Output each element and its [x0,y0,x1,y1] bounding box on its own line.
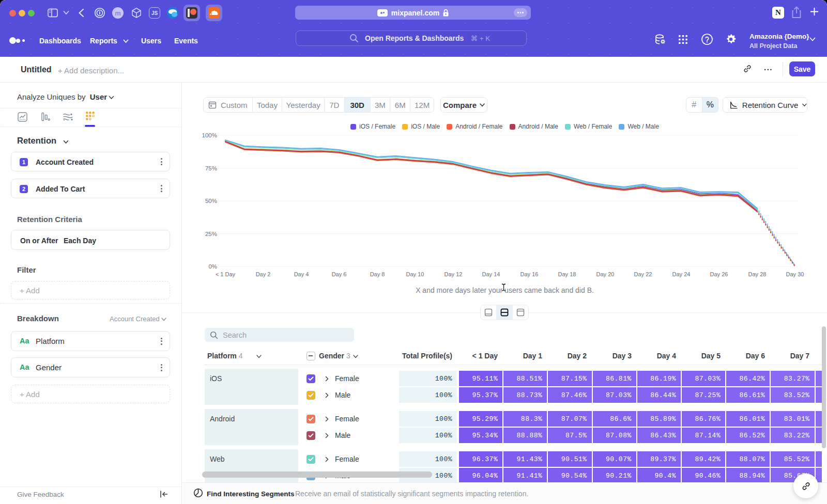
svg-text:Day 4: Day 4 [294,271,309,277]
svg-text:100%: 100% [202,132,217,138]
svg-text:75%: 75% [205,165,217,171]
svg-text:Day 2: Day 2 [256,271,271,277]
svg-text:Day 22: Day 22 [634,271,652,277]
svg-text:Day 28: Day 28 [748,271,767,277]
svg-text:< 1 Day: < 1 Day [216,271,236,277]
svg-text:Day 16: Day 16 [520,271,539,277]
svg-text:Day 14: Day 14 [482,271,500,277]
svg-text:50%: 50% [205,198,217,204]
svg-text:Day 26: Day 26 [710,271,728,277]
svg-text:Day 6: Day 6 [332,271,347,277]
svg-text:Day 10: Day 10 [406,271,424,277]
svg-text:Day 20: Day 20 [596,271,615,277]
svg-text:Day 24: Day 24 [672,271,691,277]
svg-text:Day 12: Day 12 [445,271,463,277]
svg-text:0%: 0% [208,263,217,270]
svg-text:Day 18: Day 18 [558,271,576,277]
svg-text:Day 8: Day 8 [370,271,385,277]
svg-text:25%: 25% [205,231,217,237]
svg-text:Day 30: Day 30 [786,271,804,277]
